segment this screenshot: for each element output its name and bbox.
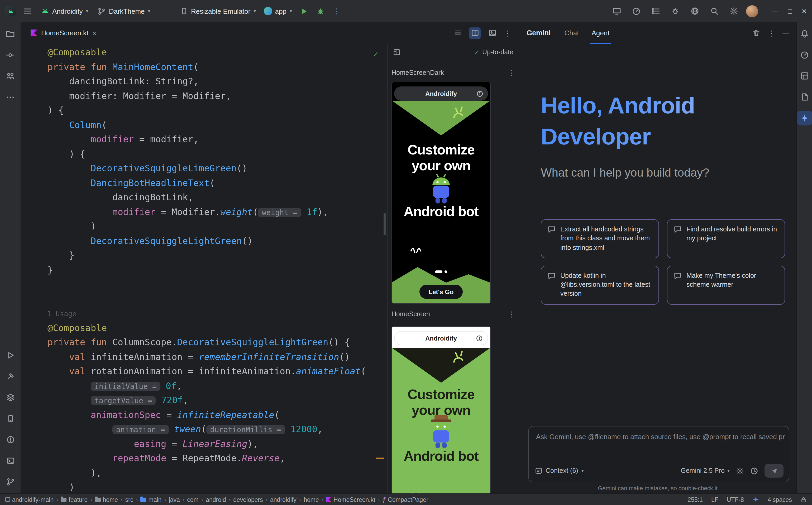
code-line[interactable]: }	[47, 263, 387, 277]
code-line[interactable]: ) {	[47, 103, 387, 118]
breadcrumb-item[interactable]: main	[141, 496, 162, 503]
code-line[interactable]: }	[47, 248, 387, 263]
build-tool-button[interactable]	[2, 366, 18, 386]
code-line[interactable]: animationSpec = infiniteRepeatable(	[47, 408, 387, 422]
suggestion-card[interactable]: Update kotlin in @libs.version.toml to t…	[541, 266, 659, 305]
code-line[interactable]	[47, 292, 387, 306]
ai-spark-icon[interactable]	[752, 496, 759, 503]
line-separator[interactable]: LF	[711, 496, 718, 503]
running-devices-tool-button[interactable]	[796, 45, 812, 65]
user-avatar[interactable]	[746, 5, 758, 17]
running-devices-button[interactable]	[609, 5, 624, 17]
breadcrumb-item[interactable]: home	[304, 496, 319, 503]
device-selector[interactable]: Resizable Emulator ▾	[177, 5, 259, 17]
documentation-button[interactable]	[796, 87, 812, 107]
code-line[interactable]: 1 Usage	[47, 306, 387, 321]
project-tool-button[interactable]	[2, 24, 18, 44]
suggestion-card[interactable]: Find and resolve build errors in my proj…	[667, 219, 785, 258]
trash-icon[interactable]	[752, 29, 760, 37]
breadcrumb-item[interactable]: android	[206, 496, 226, 503]
task-list-button[interactable]	[649, 5, 663, 17]
context-selector[interactable]: Context (6) ▾	[535, 467, 584, 474]
breadcrumb-item[interactable]: HomeScreen.kt	[326, 496, 375, 503]
history-clock-icon[interactable]	[750, 467, 758, 475]
view-mode-code-button[interactable]	[452, 27, 463, 39]
maximize-button[interactable]: □	[788, 8, 792, 14]
code-line[interactable]: Column(	[47, 118, 387, 132]
breadcrumb-item[interactable]: androidify-main	[5, 496, 53, 503]
model-selector[interactable]: Gemini 2.5 Pro ▾	[681, 467, 730, 474]
gemini-tool-button[interactable]	[797, 111, 812, 126]
code-line[interactable]: private fun MainHomeContent(	[47, 60, 387, 74]
more-tool-windows-button[interactable]	[2, 87, 18, 107]
project-selector[interactable]: Androidify ▾	[38, 5, 92, 17]
code-line[interactable]: val infiniteAnimation = rememberInfinite…	[47, 350, 387, 364]
view-mode-split-button[interactable]	[469, 27, 481, 39]
code-line[interactable]: DancingBotHeadlineText(	[47, 176, 387, 190]
gemini-options-button[interactable]: ⋮	[768, 29, 775, 37]
branch-selector[interactable]: DarkTheme ▾	[95, 5, 153, 17]
breadcrumb-item[interactable]: ƒCompactPager	[382, 496, 429, 503]
device-streaming-button[interactable]	[688, 5, 702, 17]
breadcrumb-item[interactable]: developers	[233, 496, 263, 503]
run-button[interactable]	[297, 5, 312, 17]
app-insights-button[interactable]	[668, 5, 683, 17]
breadcrumb-item[interactable]: androidify	[270, 496, 297, 503]
main-menu-button[interactable]	[20, 5, 35, 17]
code-line[interactable]: dancingBotLink: String?,	[47, 74, 387, 89]
code-line[interactable]: modifier = modifier,	[47, 132, 387, 147]
inspections-ok-icon[interactable]: ✓	[373, 50, 379, 58]
code-line[interactable]: easing = LinearEasing),	[47, 437, 387, 451]
editor-options-button[interactable]: ⋮	[504, 29, 511, 37]
run-tool-button[interactable]	[2, 345, 18, 365]
code-line[interactable]: val rotationAnimation = infiniteAnimatio…	[47, 364, 387, 379]
search-everywhere-button[interactable]	[707, 5, 722, 17]
code-line[interactable]: @Composable	[47, 45, 387, 60]
preview-layout-icon[interactable]	[393, 48, 400, 56]
lets-go-button[interactable]: Let's Go	[420, 285, 463, 299]
terminal-button[interactable]	[2, 451, 18, 471]
preview-options-button[interactable]: ⋮	[508, 69, 515, 76]
device-manager-button[interactable]	[2, 408, 18, 429]
code-line[interactable]: modifier = Modifier.weight(weight = 1f),	[47, 205, 387, 219]
code-line[interactable]: ),	[47, 466, 387, 480]
breadcrumb-item[interactable]: feature	[61, 496, 88, 503]
code-line[interactable]: ) {	[47, 147, 387, 161]
gear-icon[interactable]	[736, 467, 744, 475]
code-line[interactable]: repeatMode = RepeatMode.Reverse,	[47, 451, 387, 466]
code-line[interactable]: DecorativeSquiggleLightGreen()	[47, 234, 387, 248]
editor-tab-homescreen[interactable]: HomeScreen.kt ×	[25, 22, 102, 44]
tab-chat[interactable]: Chat	[565, 22, 579, 44]
suggestion-card[interactable]: Make my Theme's color scheme warmer	[667, 266, 785, 305]
tab-close-icon[interactable]: ×	[92, 29, 96, 37]
code-line[interactable]: )	[47, 219, 387, 234]
code-line[interactable]	[47, 277, 387, 292]
send-button[interactable]	[765, 464, 784, 478]
breadcrumb-item[interactable]: src	[125, 496, 133, 503]
run-config-selector[interactable]: app ▾	[261, 5, 295, 17]
layout-inspector-button[interactable]	[796, 66, 812, 86]
problems-button[interactable]	[2, 430, 18, 450]
build-variants-button[interactable]	[2, 387, 18, 407]
more-run-actions-button[interactable]: ⋮	[330, 5, 344, 17]
code-line[interactable]: modifier: Modifier = Modifier,	[47, 89, 387, 103]
code-line[interactable]: dancingBotLink,	[47, 190, 387, 205]
preview-homescreendark[interactable]: Androidify Customize your own	[391, 82, 491, 304]
preview-options-button[interactable]: ⋮	[508, 311, 515, 318]
code-line[interactable]: initialValue = 0f,	[47, 379, 387, 393]
pull-requests-tool-button[interactable]	[2, 66, 18, 86]
notifications-button[interactable]	[796, 24, 812, 44]
gemini-prompt-input[interactable]: Ask Gemini, use @filename to attach sour…	[528, 426, 789, 482]
debug-button[interactable]	[314, 5, 328, 17]
lock-icon[interactable]	[800, 496, 807, 503]
editor-scrollbar[interactable]	[383, 213, 386, 235]
cursor-position[interactable]: 255:1	[688, 496, 703, 503]
file-encoding[interactable]: UTF-8	[727, 496, 744, 503]
breadcrumb-item[interactable]: java	[169, 496, 180, 503]
code-line[interactable]: )	[47, 480, 387, 493]
view-mode-design-button[interactable]	[486, 27, 498, 39]
code-line[interactable]: targetValue = 720f,	[47, 393, 387, 408]
indent-setting[interactable]: 4 spaces	[768, 496, 792, 503]
hide-panel-button[interactable]: —	[783, 29, 789, 37]
version-control-button[interactable]	[2, 472, 18, 492]
